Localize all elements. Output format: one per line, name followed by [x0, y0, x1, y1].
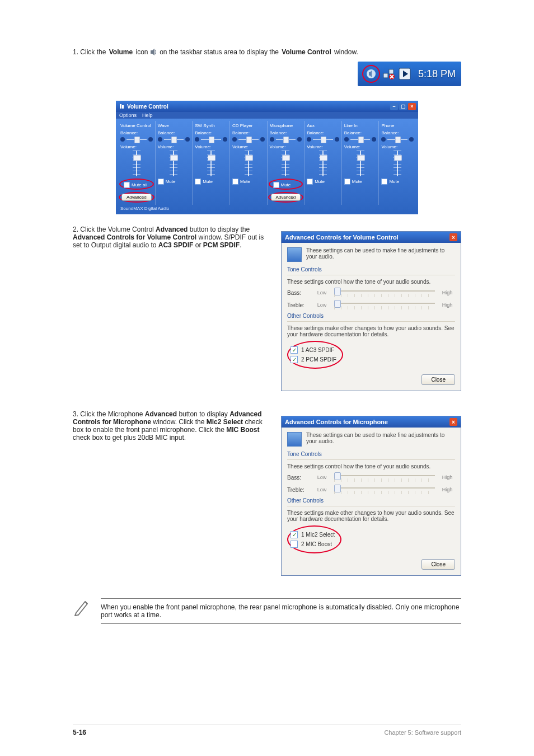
svg-rect-4	[383, 73, 388, 78]
volume-slider[interactable]	[282, 151, 289, 176]
close-button[interactable]: Close	[421, 559, 455, 570]
bass-slider[interactable]	[334, 473, 435, 482]
mute-checkbox[interactable]: Mute	[344, 179, 378, 185]
close-icon[interactable]: ×	[449, 418, 457, 426]
close-icon[interactable]: ×	[449, 233, 457, 241]
network-tray-icon[interactable]	[381, 66, 397, 82]
mute-checkbox[interactable]: Mute	[307, 179, 340, 185]
volume-slider[interactable]	[133, 151, 140, 176]
svg-rect-12	[122, 105, 124, 109]
pcm-spdif-checkbox[interactable]: 2 PCM SPDIF	[291, 356, 336, 363]
status-text: SoundMAX Digital Audio	[118, 205, 416, 211]
other-desc: These settings make other changes to how…	[287, 325, 455, 337]
note-block: When you enable the front panel micropho…	[73, 597, 461, 628]
balance-slider[interactable]	[158, 137, 190, 142]
volume-advanced-button[interactable]: Advanced	[121, 194, 152, 201]
close-button[interactable]: Close	[421, 374, 455, 385]
volume-slider[interactable]	[207, 151, 215, 176]
taskbar-time: 5:18 PM	[418, 68, 456, 80]
volume-slider[interactable]	[245, 151, 252, 176]
menu-options[interactable]: Options	[119, 112, 137, 118]
other-desc: These settings make other changes to how…	[287, 510, 455, 522]
balance-slider[interactable]	[270, 137, 302, 142]
balance-slider[interactable]	[195, 137, 227, 142]
volume-control-window: Volume Control – ▢ × Options Help Volume…	[116, 101, 418, 214]
balance-slider[interactable]	[120, 137, 153, 142]
volume-tray-icon[interactable]	[362, 65, 380, 83]
advanced-microphone-dialog: Advanced Controls for Microphone × These…	[281, 416, 461, 576]
volume-slider[interactable]	[357, 151, 364, 176]
bass-slider[interactable]	[334, 288, 435, 297]
treble-slider[interactable]	[334, 485, 435, 494]
col-header: Wave	[157, 123, 191, 128]
mute-checkbox[interactable]: Mute	[381, 179, 415, 185]
bass-slider-row: Bass: Low High	[287, 473, 455, 482]
volume-small-icon	[150, 49, 158, 55]
dialog-title: Advanced Controls for Microphone	[285, 419, 388, 425]
info-icon	[287, 247, 302, 262]
mute-all-checkbox[interactable]: Mute all	[124, 182, 147, 188]
step-3-text: 3. Click the Microphone Advanced button …	[73, 410, 271, 442]
col-header: CD Player	[231, 123, 266, 128]
svg-marker-1	[152, 49, 154, 55]
play-tray-icon[interactable]	[397, 66, 413, 82]
balance-slider[interactable]	[232, 137, 265, 142]
note-text: When you enable the front panel micropho…	[101, 603, 461, 619]
dialog-info-text: These settings can be used to make fine …	[306, 432, 455, 444]
balance-slider[interactable]	[381, 137, 414, 142]
treble-slider-row: Treble: Low High	[287, 300, 455, 309]
svg-rect-11	[120, 104, 121, 109]
treble-slider[interactable]	[334, 300, 435, 309]
dialog-info-text: These settings can be used to make fine …	[306, 247, 455, 260]
tone-controls-heading: Tone Controls	[287, 266, 455, 273]
note-pencil-icon	[73, 597, 92, 616]
mute-checkbox[interactable]: Mute	[158, 179, 191, 185]
dialog-title: Advanced Controls for Volume Control	[285, 234, 399, 241]
volume-slider[interactable]	[170, 151, 177, 176]
col-header: Aux	[306, 123, 340, 128]
tone-desc: These settings control how the tone of y…	[287, 463, 455, 469]
other-controls-heading: Other Controls	[287, 313, 455, 319]
mic-mute-checkbox[interactable]: Mute	[273, 182, 291, 188]
tone-desc: These settings control how the tone of y…	[287, 279, 455, 285]
volume-slider[interactable]	[394, 151, 401, 176]
window-title: Volume Control	[127, 104, 168, 110]
mute-checkbox[interactable]: Mute	[195, 179, 228, 185]
microphone-advanced-button[interactable]: Advanced	[271, 194, 301, 201]
treble-slider-row: Treble: Low High	[287, 485, 455, 494]
info-icon	[287, 432, 302, 447]
mic2-select-checkbox[interactable]: 1 Mic2 Select	[291, 531, 335, 538]
app-icon	[118, 103, 125, 110]
taskbar: 5:18 PM	[358, 62, 461, 86]
mute-checkbox[interactable]: Mute	[232, 179, 266, 185]
close-button[interactable]: ×	[408, 103, 416, 110]
ac3-spdif-checkbox[interactable]: 1 AC3 SPDIF	[291, 346, 336, 354]
other-controls-heading: Other Controls	[287, 497, 455, 504]
bass-slider-row: Bass: Low High	[287, 288, 455, 297]
menu-bar: Options Help	[116, 112, 418, 119]
step-2-text: 2. Click the Volume Control Advanced but…	[73, 226, 271, 249]
balance-slider[interactable]	[344, 137, 377, 142]
page-footer: 5-16 Chapter 5: Software support	[73, 725, 461, 736]
col-header: SW Synth	[194, 123, 228, 128]
minimize-button[interactable]: –	[390, 103, 398, 110]
col-header: Microphone	[269, 123, 303, 128]
col-header: Phone	[380, 123, 415, 128]
balance-slider[interactable]	[307, 137, 339, 142]
menu-help[interactable]: Help	[142, 112, 153, 118]
col-header: Volume Control	[119, 123, 154, 128]
svg-rect-5	[389, 69, 394, 74]
svg-rect-0	[151, 50, 152, 54]
mic-boost-checkbox[interactable]: 2 MIC Boost	[291, 541, 335, 548]
tone-controls-heading: Tone Controls	[287, 451, 455, 457]
col-header: Line In	[343, 123, 378, 128]
maximize-button[interactable]: ▢	[399, 103, 407, 110]
volume-slider[interactable]	[319, 151, 327, 176]
advanced-volume-dialog: Advanced Controls for Volume Control × T…	[281, 231, 461, 391]
step-1-text: 1. Click the Volume icon on the taskbar …	[73, 48, 461, 56]
